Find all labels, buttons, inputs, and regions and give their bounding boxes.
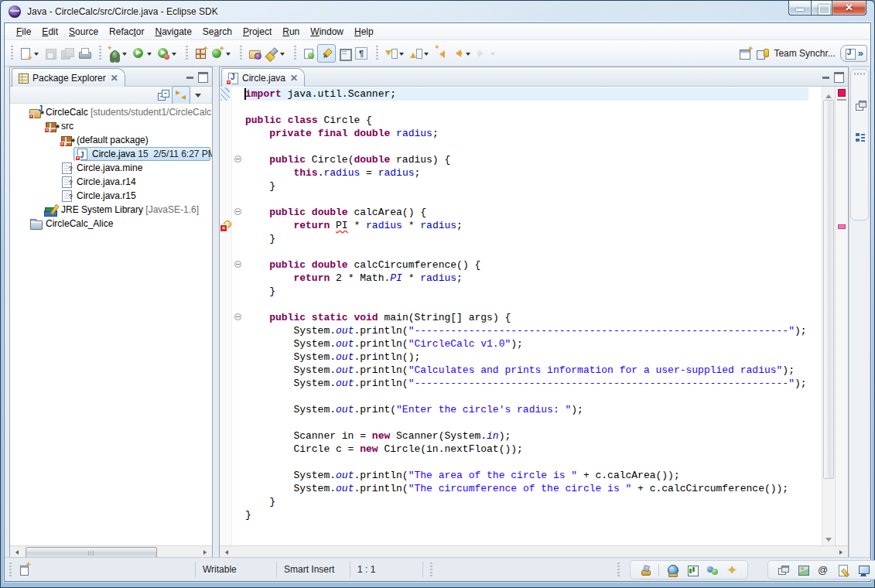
toolbar-grip[interactable]	[294, 46, 296, 61]
open-perspective-button[interactable]	[737, 44, 754, 63]
at-sign-icon[interactable]	[817, 564, 829, 576]
code-line-2[interactable]	[244, 101, 245, 114]
code-line-32[interactable]: }	[244, 495, 275, 508]
code-line-23[interactable]: System.out.println("--------------------…	[244, 377, 807, 390]
code-line-22[interactable]: System.out.println("Calculates and print…	[244, 364, 795, 377]
menu-search[interactable]: Search	[197, 23, 238, 40]
mark-occurrences-button[interactable]	[317, 44, 336, 63]
minimize-button[interactable]	[788, 1, 811, 15]
code-line-26[interactable]	[244, 416, 245, 429]
annotation-ruler[interactable]	[220, 87, 231, 545]
code-line-27[interactable]: Scanner in = new Scanner(System.in);	[244, 429, 511, 443]
code-line-31[interactable]: System.out.println("The circumference of…	[244, 482, 788, 495]
code-line-8[interactable]: }	[244, 179, 275, 193]
open-type-button[interactable]	[246, 44, 263, 63]
perspective-label[interactable]: Team Synchr...	[774, 48, 835, 59]
perspective-overflow-chevron[interactable]: »	[858, 47, 863, 59]
save-button[interactable]	[42, 44, 59, 63]
scrollbar-thumb[interactable]	[823, 100, 834, 479]
scroll-up-arrow[interactable]	[822, 87, 835, 100]
new-wizard-button[interactable]	[17, 44, 42, 63]
code-line-9[interactable]	[244, 193, 245, 206]
editor-tab-circle-java[interactable]: Circle.java ✕	[221, 68, 305, 87]
drag-handle[interactable]	[854, 73, 866, 75]
print-button[interactable]	[76, 44, 93, 63]
save-all-button[interactable]	[59, 44, 76, 63]
code-line-1[interactable]: import java.util.Scanner;	[244, 87, 396, 101]
menu-refactor[interactable]: Refactor	[104, 23, 149, 40]
maximize-view-button[interactable]	[197, 70, 209, 81]
run-button[interactable]	[130, 44, 155, 63]
minimize-view-button[interactable]	[184, 70, 197, 81]
type-hierarchy-button[interactable]	[300, 44, 317, 63]
forward-button[interactable]	[473, 44, 498, 63]
toolbar-grip[interactable]	[186, 46, 188, 61]
code-line-15[interactable]: return 2 * Math.PI * radius;	[244, 272, 463, 285]
toolbar-grip[interactable]	[11, 46, 13, 61]
code-line-16[interactable]: }	[244, 285, 275, 298]
code-line-6[interactable]: public Circle(double radius) {	[244, 153, 450, 166]
annotation-marker[interactable]	[838, 224, 846, 229]
code-line-3[interactable]: public class Circle {	[244, 114, 372, 127]
code-line-14[interactable]: public double calcCircumference() {	[244, 258, 480, 272]
show-whitespace-button[interactable]	[353, 44, 370, 63]
folding-ruler[interactable]	[231, 87, 244, 545]
quickfix-error-icon[interactable]	[220, 220, 231, 231]
globe-icon[interactable]	[666, 564, 678, 576]
menu-edit[interactable]: Edit	[36, 23, 63, 40]
code-line-24[interactable]	[244, 390, 245, 403]
collapse-all-button[interactable]	[155, 86, 172, 104]
menu-help[interactable]: Help	[349, 23, 379, 40]
code-line-10[interactable]: public double calcArea() {	[244, 206, 426, 219]
outline-view-icon[interactable]	[854, 132, 866, 144]
toolbar-grip[interactable]	[376, 46, 378, 61]
close-view-icon[interactable]: ✕	[111, 73, 118, 84]
menu-source[interactable]: Source	[63, 23, 104, 40]
code-line-30[interactable]: System.out.println("The area of the circ…	[244, 469, 680, 482]
code-line-20[interactable]: System.out.println("CircleCalc v1.0");	[244, 337, 523, 350]
java-perspective-button[interactable]: »	[840, 45, 867, 62]
fast-view-icon[interactable]	[19, 563, 31, 576]
fold-collapse-icon[interactable]	[234, 208, 241, 215]
fold-collapse-icon[interactable]	[234, 156, 241, 162]
code-line-18[interactable]: public static void main(String[] args) {	[244, 311, 511, 324]
show-source-button[interactable]	[336, 44, 353, 63]
restore-view-icon[interactable]	[854, 99, 866, 111]
next-annotation-button[interactable]	[382, 44, 407, 63]
stamp-icon[interactable]	[639, 564, 651, 576]
code-line-29[interactable]	[244, 456, 245, 469]
new-java-project-button[interactable]	[192, 44, 209, 63]
link-with-editor-button[interactable]	[172, 86, 190, 104]
minimize-editor-button[interactable]	[820, 70, 832, 81]
toolbar-grip[interactable]	[240, 46, 242, 61]
code-line-12[interactable]: }	[244, 232, 275, 245]
code-line-33[interactable]: }	[244, 508, 251, 521]
code-line-25[interactable]: System.out.print("Enter the circle's rad…	[244, 403, 583, 416]
team-sync-perspective-button[interactable]	[754, 44, 771, 63]
file-edit-icon[interactable]	[837, 564, 849, 576]
toolbar-grip[interactable]	[99, 46, 101, 61]
code-area[interactable]: import java.util.Scanner;public class Ci…	[244, 87, 822, 545]
maximize-editor-button[interactable]	[832, 70, 845, 81]
code-line-5[interactable]	[244, 140, 245, 153]
scroll-down-arrow[interactable]	[822, 532, 835, 545]
fold-collapse-icon[interactable]	[234, 261, 241, 268]
code-line-13[interactable]	[244, 245, 245, 258]
code-line-28[interactable]: Circle c = new Circle(in.nextFloat());	[244, 443, 523, 456]
search-button[interactable]	[263, 44, 288, 63]
menu-file[interactable]: File	[11, 23, 36, 40]
debug-button[interactable]	[105, 44, 130, 63]
overview-ruler[interactable]	[835, 87, 848, 545]
compass-star-icon[interactable]	[726, 564, 739, 576]
code-line-21[interactable]: System.out.println();	[244, 350, 420, 364]
back-button[interactable]	[449, 44, 473, 63]
scrollbar-thumb[interactable]	[26, 547, 157, 558]
spheres-icon[interactable]	[706, 564, 719, 576]
editor-vscrollbar[interactable]	[822, 87, 835, 545]
image-icon[interactable]	[797, 564, 809, 576]
menu-run[interactable]: Run	[277, 23, 305, 40]
code-line-4[interactable]: private final double radius;	[244, 127, 439, 140]
code-line-11[interactable]: return PI * radius * radius;	[244, 219, 463, 232]
run-external-button[interactable]	[155, 44, 179, 63]
view-menu-button[interactable]	[190, 86, 207, 104]
